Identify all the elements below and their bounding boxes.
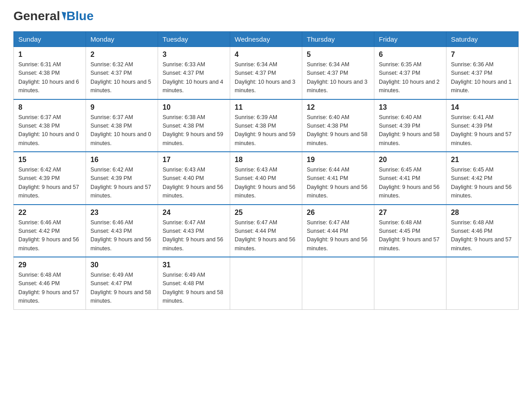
calendar-cell: 29 Sunrise: 6:48 AM Sunset: 4:46 PM Dayl…: [14, 257, 86, 309]
calendar-cell: 3 Sunrise: 6:33 AM Sunset: 4:37 PM Dayli…: [158, 47, 230, 99]
calendar-cell: 6 Sunrise: 6:35 AM Sunset: 4:37 PM Dayli…: [374, 47, 446, 99]
calendar-cell: [374, 257, 446, 309]
week-row-2: 8 Sunrise: 6:37 AM Sunset: 4:38 PM Dayli…: [14, 99, 519, 152]
day-number: 28: [451, 209, 514, 217]
day-number: 6: [379, 51, 442, 59]
day-number: 14: [451, 103, 514, 111]
header: General Blue: [13, 9, 519, 23]
logo: General Blue: [13, 9, 94, 23]
day-number: 30: [90, 261, 153, 269]
day-info: Sunrise: 6:46 AM Sunset: 4:42 PM Dayligh…: [18, 218, 81, 253]
calendar-cell: 8 Sunrise: 6:37 AM Sunset: 4:38 PM Dayli…: [14, 99, 86, 152]
day-number: 11: [235, 103, 297, 111]
day-info: Sunrise: 6:47 AM Sunset: 4:43 PM Dayligh…: [163, 218, 225, 253]
day-header-thursday: Thursday: [302, 32, 374, 47]
day-number: 16: [90, 156, 153, 164]
calendar-table: SundayMondayTuesdayWednesdayThursdayFrid…: [13, 31, 519, 310]
calendar-cell: [446, 257, 519, 309]
day-number: 20: [379, 156, 442, 164]
day-info: Sunrise: 6:34 AM Sunset: 4:37 PM Dayligh…: [307, 60, 369, 95]
day-info: Sunrise: 6:32 AM Sunset: 4:37 PM Dayligh…: [90, 60, 153, 95]
day-number: 22: [18, 209, 81, 217]
day-info: Sunrise: 6:38 AM Sunset: 4:38 PM Dayligh…: [163, 113, 225, 148]
day-info: Sunrise: 6:43 AM Sunset: 4:40 PM Dayligh…: [235, 166, 297, 201]
calendar-cell: 27 Sunrise: 6:48 AM Sunset: 4:45 PM Dayl…: [374, 205, 446, 257]
day-info: Sunrise: 6:31 AM Sunset: 4:38 PM Dayligh…: [18, 60, 81, 95]
calendar-cell: 18 Sunrise: 6:43 AM Sunset: 4:40 PM Dayl…: [230, 152, 302, 205]
day-info: Sunrise: 6:43 AM Sunset: 4:40 PM Dayligh…: [163, 166, 225, 201]
day-info: Sunrise: 6:46 AM Sunset: 4:43 PM Dayligh…: [90, 218, 153, 253]
calendar-cell: 17 Sunrise: 6:43 AM Sunset: 4:40 PM Dayl…: [158, 152, 230, 205]
day-info: Sunrise: 6:49 AM Sunset: 4:48 PM Dayligh…: [163, 271, 225, 306]
logo-blue-text: Blue: [66, 9, 94, 23]
week-row-5: 29 Sunrise: 6:48 AM Sunset: 4:46 PM Dayl…: [14, 257, 519, 309]
day-number: 18: [235, 156, 297, 164]
calendar-cell: 2 Sunrise: 6:32 AM Sunset: 4:37 PM Dayli…: [86, 47, 158, 99]
day-number: 31: [163, 261, 225, 269]
calendar-cell: 10 Sunrise: 6:38 AM Sunset: 4:38 PM Dayl…: [158, 99, 230, 152]
day-number: 2: [90, 51, 153, 59]
day-number: 27: [379, 209, 442, 217]
day-number: 1: [18, 51, 81, 59]
day-info: Sunrise: 6:42 AM Sunset: 4:39 PM Dayligh…: [18, 166, 81, 201]
day-info: Sunrise: 6:48 AM Sunset: 4:46 PM Dayligh…: [451, 218, 514, 253]
day-number: 8: [18, 103, 81, 111]
day-number: 23: [90, 209, 153, 217]
week-row-1: 1 Sunrise: 6:31 AM Sunset: 4:38 PM Dayli…: [14, 47, 519, 99]
day-info: Sunrise: 6:45 AM Sunset: 4:41 PM Dayligh…: [379, 166, 442, 201]
day-info: Sunrise: 6:40 AM Sunset: 4:38 PM Dayligh…: [307, 113, 369, 148]
calendar-cell: 19 Sunrise: 6:44 AM Sunset: 4:41 PM Dayl…: [302, 152, 374, 205]
logo-general-text: General: [13, 9, 60, 23]
day-number: 21: [451, 156, 514, 164]
day-number: 19: [307, 156, 369, 164]
calendar-cell: [302, 257, 374, 309]
day-info: Sunrise: 6:49 AM Sunset: 4:47 PM Dayligh…: [90, 271, 153, 306]
day-number: 4: [235, 51, 297, 59]
day-number: 25: [235, 209, 297, 217]
day-number: 24: [163, 209, 225, 217]
calendar-cell: 11 Sunrise: 6:39 AM Sunset: 4:38 PM Dayl…: [230, 99, 302, 152]
day-info: Sunrise: 6:48 AM Sunset: 4:45 PM Dayligh…: [379, 218, 442, 253]
week-row-4: 22 Sunrise: 6:46 AM Sunset: 4:42 PM Dayl…: [14, 205, 519, 257]
calendar-cell: 15 Sunrise: 6:42 AM Sunset: 4:39 PM Dayl…: [14, 152, 86, 205]
day-number: 9: [90, 103, 153, 111]
day-number: 12: [307, 103, 369, 111]
calendar-cell: 26 Sunrise: 6:47 AM Sunset: 4:44 PM Dayl…: [302, 205, 374, 257]
day-header-wednesday: Wednesday: [230, 32, 302, 47]
day-number: 10: [163, 103, 225, 111]
day-number: 13: [379, 103, 442, 111]
logo-triangle-icon: [60, 12, 66, 20]
calendar-cell: 9 Sunrise: 6:37 AM Sunset: 4:38 PM Dayli…: [86, 99, 158, 152]
day-info: Sunrise: 6:40 AM Sunset: 4:39 PM Dayligh…: [379, 113, 442, 148]
day-number: 5: [307, 51, 369, 59]
calendar-cell: 24 Sunrise: 6:47 AM Sunset: 4:43 PM Dayl…: [158, 205, 230, 257]
day-info: Sunrise: 6:33 AM Sunset: 4:37 PM Dayligh…: [163, 60, 225, 95]
calendar-cell: 23 Sunrise: 6:46 AM Sunset: 4:43 PM Dayl…: [86, 205, 158, 257]
day-header-friday: Friday: [374, 32, 446, 47]
calendar-cell: 31 Sunrise: 6:49 AM Sunset: 4:48 PM Dayl…: [158, 257, 230, 309]
calendar-cell: 5 Sunrise: 6:34 AM Sunset: 4:37 PM Dayli…: [302, 47, 374, 99]
calendar-cell: 22 Sunrise: 6:46 AM Sunset: 4:42 PM Dayl…: [14, 205, 86, 257]
day-number: 7: [451, 51, 514, 59]
days-header-row: SundayMondayTuesdayWednesdayThursdayFrid…: [14, 32, 519, 47]
calendar-cell: 13 Sunrise: 6:40 AM Sunset: 4:39 PM Dayl…: [374, 99, 446, 152]
calendar-cell: 20 Sunrise: 6:45 AM Sunset: 4:41 PM Dayl…: [374, 152, 446, 205]
calendar-cell: 1 Sunrise: 6:31 AM Sunset: 4:38 PM Dayli…: [14, 47, 86, 99]
day-info: Sunrise: 6:44 AM Sunset: 4:41 PM Dayligh…: [307, 166, 369, 201]
day-number: 17: [163, 156, 225, 164]
calendar-cell: 12 Sunrise: 6:40 AM Sunset: 4:38 PM Dayl…: [302, 99, 374, 152]
day-header-saturday: Saturday: [446, 32, 519, 47]
calendar-cell: 25 Sunrise: 6:47 AM Sunset: 4:44 PM Dayl…: [230, 205, 302, 257]
day-info: Sunrise: 6:34 AM Sunset: 4:37 PM Dayligh…: [235, 60, 297, 95]
day-number: 15: [18, 156, 81, 164]
calendar-cell: 14 Sunrise: 6:41 AM Sunset: 4:39 PM Dayl…: [446, 99, 519, 152]
day-info: Sunrise: 6:47 AM Sunset: 4:44 PM Dayligh…: [307, 218, 369, 253]
calendar-cell: [230, 257, 302, 309]
day-header-monday: Monday: [86, 32, 158, 47]
day-info: Sunrise: 6:37 AM Sunset: 4:38 PM Dayligh…: [90, 113, 153, 148]
calendar-cell: 16 Sunrise: 6:42 AM Sunset: 4:39 PM Dayl…: [86, 152, 158, 205]
day-info: Sunrise: 6:36 AM Sunset: 4:37 PM Dayligh…: [451, 60, 514, 95]
day-info: Sunrise: 6:41 AM Sunset: 4:39 PM Dayligh…: [451, 113, 514, 148]
day-number: 3: [163, 51, 225, 59]
day-info: Sunrise: 6:39 AM Sunset: 4:38 PM Dayligh…: [235, 113, 297, 148]
